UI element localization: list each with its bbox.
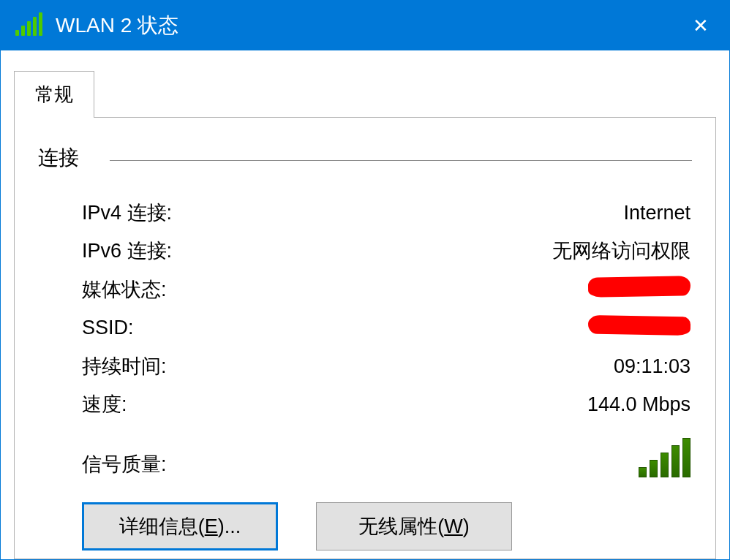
row-ipv4: IPv4 连接: Internet (82, 194, 691, 232)
row-duration: 持续时间: 09:11:03 (82, 347, 691, 385)
duration-label: 持续时间: (82, 353, 167, 379)
tab-general[interactable]: 常规 (14, 71, 94, 118)
close-icon: ✕ (693, 15, 709, 37)
ipv4-value: Internet (623, 202, 691, 224)
duration-value: 09:11:03 (614, 355, 691, 378)
title-bar: WLAN 2 状态 ✕ (1, 1, 729, 50)
ssid-value (588, 314, 691, 341)
wireless-properties-button[interactable]: 无线属性(W) (316, 502, 512, 550)
signal-strength-icon (639, 438, 691, 477)
wlan-status-window: WLAN 2 状态 ✕ 常规 连接 IPv4 连接: Internet IPv6… (0, 0, 730, 560)
ipv4-label: IPv4 连接: (82, 200, 172, 226)
ipv6-label: IPv6 连接: (82, 238, 172, 264)
redacted-value (588, 314, 691, 336)
close-button[interactable]: ✕ (675, 1, 726, 50)
wifi-signal-icon (15, 15, 42, 36)
details-button[interactable]: 详细信息(E)... (82, 502, 278, 550)
button-row: 详细信息(E)... 无线属性(W) (82, 502, 692, 550)
row-speed: 速度: 144.0 Mbps (82, 385, 691, 423)
section-label: 连接 (38, 144, 79, 172)
speed-label: 速度: (82, 391, 127, 417)
row-signal-quality: 信号质量: (82, 438, 691, 477)
section-header-connection: 连接 (38, 144, 692, 172)
row-ipv6: IPv6 连接: 无网络访问权限 (82, 232, 691, 270)
row-ssid: SSID: (82, 309, 691, 347)
redacted-value (588, 276, 691, 298)
section-divider (110, 160, 692, 161)
speed-value: 144.0 Mbps (587, 393, 691, 416)
ssid-label: SSID: (82, 317, 134, 339)
tab-panel-general: 连接 IPv4 连接: Internet IPv6 连接: 无网络访问权限 媒体… (14, 117, 716, 559)
window-title: WLAN 2 状态 (56, 12, 675, 39)
media-state-label: 媒体状态: (82, 276, 167, 303)
content-area: 常规 连接 IPv4 连接: Internet IPv6 连接: 无网络访问权限… (1, 50, 729, 559)
media-state-value (588, 276, 691, 303)
row-media-state: 媒体状态: (82, 270, 691, 309)
ipv6-value: 无网络访问权限 (552, 238, 691, 264)
tab-strip: 常规 (14, 71, 716, 117)
signal-quality-label: 信号质量: (82, 451, 167, 477)
